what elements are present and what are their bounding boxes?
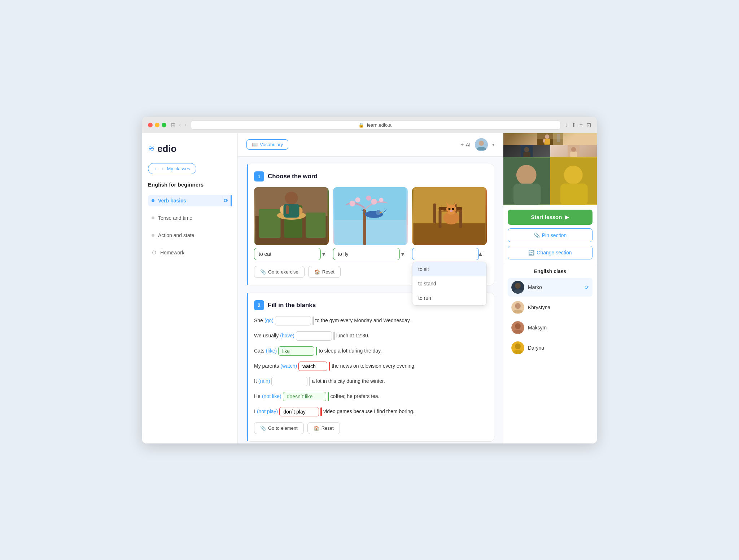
user-avatar[interactable]	[475, 138, 488, 151]
go-to-element-label: Go to element	[268, 425, 298, 431]
reset-exercise-2-button[interactable]: 🏠 Reset	[307, 422, 340, 434]
s4-marker	[329, 362, 330, 371]
start-lesson-button[interactable]: Start lesson ▶	[508, 210, 592, 225]
s6-after: coffee; he prefers tea.	[331, 392, 380, 400]
svg-point-19	[371, 199, 377, 205]
student-maksym[interactable]: Maksym	[508, 318, 592, 337]
svg-rect-12	[284, 204, 299, 218]
student-marko[interactable]: Marko ⟳	[508, 278, 592, 297]
eat-select[interactable]: to eat	[254, 248, 321, 260]
s4-input[interactable]	[298, 362, 327, 371]
s5-hint: (rain)	[258, 377, 270, 385]
exercise-2-border	[247, 293, 248, 441]
s7-before: I	[254, 407, 255, 415]
go-to-exercise-button[interactable]: 📎 Go to exercise	[254, 266, 305, 278]
sidebar-item-tense-time[interactable]: Tense and time	[148, 212, 232, 224]
sit-dropdown: to sit to stand to run	[412, 262, 487, 306]
svg-rect-25	[414, 223, 486, 245]
sit-select[interactable]	[412, 248, 479, 260]
main-content: 📖 Vocabulary ✦ AI ▾	[238, 133, 503, 443]
sidebar-item-verb-basics[interactable]: Verb basics ⟳	[148, 195, 232, 206]
reset-exercise-button[interactable]: 🏠 Reset	[308, 266, 341, 278]
svg-point-1	[479, 141, 484, 146]
header-right: ✦ AI ▾	[460, 138, 494, 151]
svg-rect-6	[306, 213, 326, 238]
dropdown-option-run[interactable]: to run	[412, 291, 486, 305]
back-icon[interactable]: ‹	[179, 122, 181, 128]
ai-button[interactable]: ✦ AI	[460, 142, 471, 148]
svg-point-21	[366, 196, 371, 201]
close-button[interactable]	[148, 123, 153, 127]
main-header: 📖 Vocabulary ✦ AI ▾	[238, 133, 503, 157]
s3-hint: (like)	[266, 347, 277, 355]
minimize-button[interactable]	[155, 123, 159, 127]
sidebar-item-homework[interactable]: ⏱ Homework	[148, 247, 232, 258]
sidebar-item-label-homework: Homework	[160, 250, 184, 255]
dropdown-option-stand[interactable]: to stand	[412, 276, 486, 291]
browser-actions: ↓ ⬆ + ⊡	[565, 122, 591, 128]
element-icon: 📎	[260, 425, 266, 431]
address-bar[interactable]: 🔒 learn.edio.ai	[191, 121, 560, 130]
exercise-1-card: 1 Choose the word	[246, 164, 494, 285]
svg-point-66	[515, 323, 521, 329]
svg-point-62	[515, 283, 521, 289]
sidebar-item-action-state[interactable]: Action and state	[148, 229, 232, 241]
video-grid	[503, 133, 597, 205]
pin-section-button[interactable]: 📎 Pin section	[508, 228, 592, 242]
image-fly	[333, 187, 408, 245]
english-class-title: English class	[508, 268, 592, 274]
exercise-icon: 📎	[260, 269, 266, 275]
s7-hint: (not play)	[257, 407, 278, 415]
s3-marker	[316, 347, 317, 355]
s6-input[interactable]	[283, 392, 326, 401]
fly-drag-handle[interactable]: ⋮	[402, 250, 408, 257]
exercise-2-title: Fill in the blanks	[268, 302, 316, 309]
exercise-1-number: 1	[254, 171, 264, 181]
s7-input[interactable]	[279, 407, 319, 416]
my-classes-button[interactable]: ← ← My classes	[148, 163, 196, 174]
arrow-left-icon: ←	[154, 166, 159, 171]
sit-drag-handle[interactable]: ⋮	[481, 250, 487, 257]
student-khrystyna[interactable]: Khrystyna	[508, 298, 592, 317]
logo-text: edio	[157, 143, 176, 154]
new-tab-icon[interactable]: +	[580, 122, 583, 128]
s4-hint: (watch)	[280, 362, 297, 370]
video-thumb-maksym	[503, 157, 550, 205]
sidebar-toggle-icon[interactable]: ⊞	[171, 122, 175, 128]
go-to-element-button[interactable]: 📎 Go to element	[254, 422, 304, 434]
extensions-icon[interactable]: ⊡	[586, 122, 591, 128]
marko-sync-icon: ⟳	[585, 284, 589, 290]
maksym-avatar	[511, 321, 524, 334]
change-section-button[interactable]: 🔄 Change section	[508, 246, 592, 259]
word-card-fly: to fly ▾ ⋮	[333, 187, 408, 260]
s5-input[interactable]	[271, 377, 307, 386]
video-thumb-daryna	[550, 157, 597, 205]
maximize-button[interactable]	[162, 123, 166, 127]
sync-icon-verb-basics: ⟳	[224, 198, 228, 204]
s1-input[interactable]	[275, 316, 311, 325]
exercise-2-actions: 📎 Go to element 🏠 Reset	[254, 422, 487, 434]
forward-icon[interactable]: ›	[184, 122, 186, 128]
svg-point-35	[449, 208, 451, 210]
share-icon[interactable]: ⬆	[571, 122, 576, 128]
video-main	[503, 133, 597, 145]
eat-drag-handle[interactable]: ⋮	[323, 250, 329, 257]
student-daryna[interactable]: Daryna	[508, 338, 592, 357]
s3-input[interactable]	[278, 346, 314, 356]
s6-hint: (not like)	[262, 392, 281, 400]
sentence-7: I (not play) video games because I find …	[254, 407, 487, 416]
fly-select[interactable]: to fly	[333, 248, 400, 260]
nav-dot-tense-time	[152, 216, 154, 219]
vocabulary-button[interactable]: 📖 Vocabulary	[246, 139, 288, 150]
exercise-2-card: 2 Fill in the blanks She (go) to the gym…	[246, 293, 494, 442]
s2-input[interactable]	[296, 331, 332, 341]
s1-before: She	[254, 316, 263, 324]
user-chevron-icon[interactable]: ▾	[492, 142, 494, 147]
dropdown-option-sit[interactable]: to sit	[412, 262, 486, 276]
lock-icon: 🔒	[358, 122, 364, 128]
s3-after: to sleep a lot during the day.	[319, 347, 382, 355]
svg-point-17	[350, 201, 355, 206]
download-icon[interactable]: ↓	[565, 122, 568, 128]
eat-select-container: to eat ▾ ⋮	[254, 248, 329, 260]
svg-point-37	[450, 210, 453, 212]
